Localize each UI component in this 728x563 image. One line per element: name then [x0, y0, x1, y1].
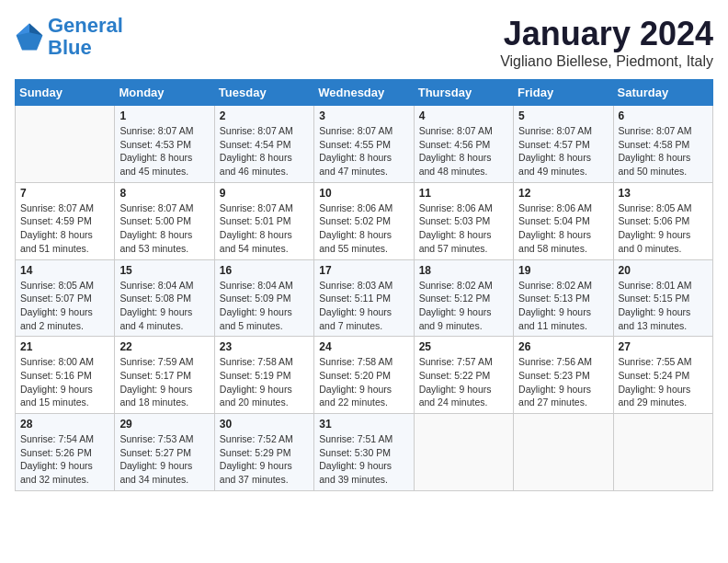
day-info: Sunrise: 8:02 AM Sunset: 5:12 PM Dayligh…	[419, 279, 508, 333]
calendar-cell: 6Sunrise: 8:07 AM Sunset: 4:58 PM Daylig…	[613, 106, 712, 183]
calendar-cell: 9Sunrise: 8:07 AM Sunset: 5:01 PM Daylig…	[214, 182, 313, 259]
day-info: Sunrise: 8:05 AM Sunset: 5:06 PM Dayligh…	[619, 201, 708, 256]
day-number: 8	[119, 187, 209, 200]
day-number: 21	[20, 340, 109, 353]
calendar-table: SundayMondayTuesdayWednesdayThursdayFrid…	[15, 79, 713, 491]
calendar-cell: 11Sunrise: 8:06 AM Sunset: 5:03 PM Dayli…	[414, 182, 513, 259]
calendar-cell	[613, 414, 712, 491]
calendar-cell: 30Sunrise: 7:52 AM Sunset: 5:29 PM Dayli…	[214, 414, 313, 491]
calendar-cell: 7Sunrise: 8:07 AM Sunset: 4:59 PM Daylig…	[16, 182, 115, 259]
day-info: Sunrise: 8:04 AM Sunset: 5:08 PM Dayligh…	[119, 279, 209, 333]
day-info: Sunrise: 8:05 AM Sunset: 5:07 PM Dayligh…	[20, 279, 109, 333]
day-info: Sunrise: 8:00 AM Sunset: 5:16 PM Dayligh…	[20, 355, 109, 409]
day-number: 5	[518, 109, 608, 122]
calendar-body: 1Sunrise: 8:07 AM Sunset: 4:53 PM Daylig…	[16, 106, 713, 491]
logo-icon	[15, 22, 44, 52]
day-number: 9	[220, 187, 309, 200]
header-cell-monday: Monday	[115, 80, 214, 106]
day-info: Sunrise: 8:04 AM Sunset: 5:09 PM Dayligh…	[220, 279, 309, 333]
calendar-cell: 25Sunrise: 7:57 AM Sunset: 5:22 PM Dayli…	[414, 337, 513, 414]
day-info: Sunrise: 8:06 AM Sunset: 5:03 PM Dayligh…	[419, 201, 508, 256]
calendar-cell: 14Sunrise: 8:05 AM Sunset: 5:07 PM Dayli…	[16, 259, 115, 337]
day-info: Sunrise: 8:07 AM Sunset: 4:56 PM Dayligh…	[419, 124, 508, 178]
header-cell-friday: Friday	[514, 80, 613, 106]
day-number: 30	[220, 418, 309, 431]
day-number: 24	[319, 340, 408, 353]
day-number: 25	[419, 340, 508, 353]
logo-line1: General	[48, 14, 123, 37]
calendar-cell: 29Sunrise: 7:53 AM Sunset: 5:27 PM Dayli…	[115, 414, 214, 491]
logo-text: General Blue	[48, 15, 123, 59]
day-info: Sunrise: 8:07 AM Sunset: 4:53 PM Dayligh…	[119, 124, 209, 178]
day-info: Sunrise: 8:07 AM Sunset: 5:01 PM Dayligh…	[220, 201, 309, 256]
day-info: Sunrise: 7:57 AM Sunset: 5:22 PM Dayligh…	[419, 355, 508, 409]
header-cell-sunday: Sunday	[16, 80, 115, 106]
calendar-cell: 3Sunrise: 8:07 AM Sunset: 4:55 PM Daylig…	[314, 106, 414, 183]
day-number: 19	[518, 264, 608, 277]
calendar-cell: 5Sunrise: 8:07 AM Sunset: 4:57 PM Daylig…	[514, 106, 613, 183]
calendar-cell: 22Sunrise: 7:59 AM Sunset: 5:17 PM Dayli…	[115, 337, 214, 414]
page-header: General Blue January 2024 Vigliano Biell…	[15, 15, 713, 70]
day-number: 29	[119, 418, 209, 431]
week-row-4: 28Sunrise: 7:54 AM Sunset: 5:26 PM Dayli…	[16, 414, 713, 491]
day-info: Sunrise: 7:58 AM Sunset: 5:19 PM Dayligh…	[220, 355, 309, 409]
day-number: 14	[20, 264, 109, 277]
day-info: Sunrise: 7:59 AM Sunset: 5:17 PM Dayligh…	[119, 355, 209, 409]
day-number: 17	[319, 264, 408, 277]
week-row-0: 1Sunrise: 8:07 AM Sunset: 4:53 PM Daylig…	[16, 106, 713, 183]
calendar-cell: 12Sunrise: 8:06 AM Sunset: 5:04 PM Dayli…	[514, 182, 613, 259]
calendar-cell: 31Sunrise: 7:51 AM Sunset: 5:30 PM Dayli…	[314, 414, 414, 491]
calendar-cell: 2Sunrise: 8:07 AM Sunset: 4:54 PM Daylig…	[214, 106, 313, 183]
day-info: Sunrise: 8:07 AM Sunset: 4:55 PM Dayligh…	[319, 124, 408, 178]
calendar-header: SundayMondayTuesdayWednesdayThursdayFrid…	[16, 80, 713, 106]
day-info: Sunrise: 8:07 AM Sunset: 4:57 PM Dayligh…	[518, 124, 608, 178]
header-row: SundayMondayTuesdayWednesdayThursdayFrid…	[16, 80, 713, 106]
day-info: Sunrise: 8:07 AM Sunset: 4:54 PM Dayligh…	[220, 124, 309, 178]
day-number: 20	[619, 264, 708, 277]
day-number: 12	[518, 187, 608, 200]
day-number: 1	[119, 109, 209, 122]
day-number: 7	[20, 187, 109, 200]
day-number: 18	[419, 264, 508, 277]
calendar-cell: 17Sunrise: 8:03 AM Sunset: 5:11 PM Dayli…	[314, 259, 414, 337]
calendar-cell: 13Sunrise: 8:05 AM Sunset: 5:06 PM Dayli…	[613, 182, 712, 259]
week-row-2: 14Sunrise: 8:05 AM Sunset: 5:07 PM Dayli…	[16, 259, 713, 337]
calendar-subtitle: Vigliano Biellese, Piedmont, Italy	[500, 53, 713, 70]
day-number: 13	[619, 187, 708, 200]
day-number: 15	[119, 264, 209, 277]
day-number: 27	[619, 340, 708, 353]
day-info: Sunrise: 8:06 AM Sunset: 5:04 PM Dayligh…	[518, 201, 608, 256]
calendar-cell: 4Sunrise: 8:07 AM Sunset: 4:56 PM Daylig…	[414, 106, 513, 183]
header-cell-saturday: Saturday	[613, 80, 712, 106]
day-info: Sunrise: 7:53 AM Sunset: 5:27 PM Dayligh…	[119, 432, 209, 487]
day-info: Sunrise: 7:51 AM Sunset: 5:30 PM Dayligh…	[319, 432, 408, 487]
calendar-cell: 16Sunrise: 8:04 AM Sunset: 5:09 PM Dayli…	[214, 259, 313, 337]
day-number: 4	[419, 109, 508, 122]
day-number: 28	[20, 418, 109, 431]
day-info: Sunrise: 7:52 AM Sunset: 5:29 PM Dayligh…	[220, 432, 309, 487]
calendar-cell: 18Sunrise: 8:02 AM Sunset: 5:12 PM Dayli…	[414, 259, 513, 337]
day-info: Sunrise: 7:55 AM Sunset: 5:24 PM Dayligh…	[619, 355, 708, 409]
day-number: 3	[319, 109, 408, 122]
day-info: Sunrise: 8:03 AM Sunset: 5:11 PM Dayligh…	[319, 279, 408, 333]
calendar-cell: 15Sunrise: 8:04 AM Sunset: 5:08 PM Dayli…	[115, 259, 214, 337]
calendar-cell: 24Sunrise: 7:58 AM Sunset: 5:20 PM Dayli…	[314, 337, 414, 414]
header-cell-tuesday: Tuesday	[214, 80, 313, 106]
calendar-cell: 23Sunrise: 7:58 AM Sunset: 5:19 PM Dayli…	[214, 337, 313, 414]
day-number: 6	[619, 109, 708, 122]
calendar-title: January 2024	[500, 15, 713, 53]
day-number: 22	[119, 340, 209, 353]
week-row-1: 7Sunrise: 8:07 AM Sunset: 4:59 PM Daylig…	[16, 182, 713, 259]
header-cell-thursday: Thursday	[414, 80, 513, 106]
calendar-cell: 27Sunrise: 7:55 AM Sunset: 5:24 PM Dayli…	[613, 337, 712, 414]
day-info: Sunrise: 8:06 AM Sunset: 5:02 PM Dayligh…	[319, 201, 408, 256]
day-info: Sunrise: 8:07 AM Sunset: 4:59 PM Dayligh…	[20, 201, 109, 256]
calendar-cell	[16, 106, 115, 183]
day-number: 2	[220, 109, 309, 122]
week-row-3: 21Sunrise: 8:00 AM Sunset: 5:16 PM Dayli…	[16, 337, 713, 414]
day-info: Sunrise: 7:56 AM Sunset: 5:23 PM Dayligh…	[518, 355, 608, 409]
calendar-cell: 10Sunrise: 8:06 AM Sunset: 5:02 PM Dayli…	[314, 182, 414, 259]
day-number: 23	[220, 340, 309, 353]
day-number: 26	[518, 340, 608, 353]
day-number: 11	[419, 187, 508, 200]
